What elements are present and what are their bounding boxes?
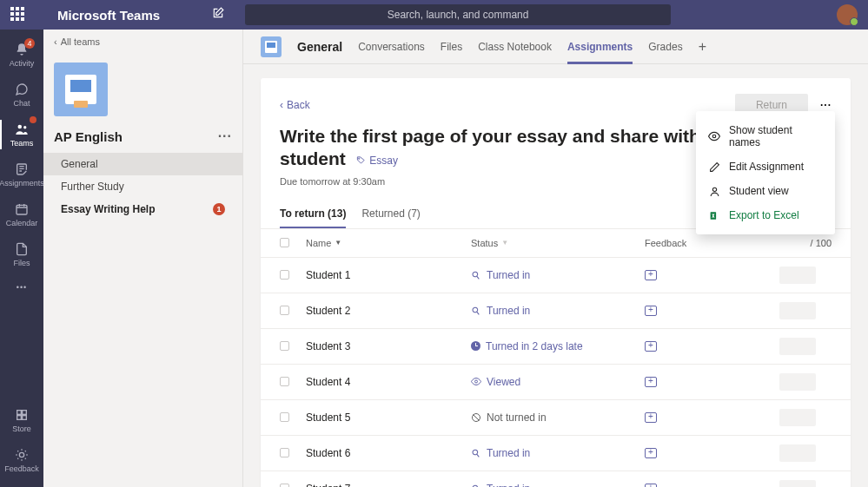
table-row[interactable]: Student 4Viewed	[261, 365, 851, 400]
app-launcher-icon[interactable]	[10, 7, 26, 23]
add-feedback-button[interactable]	[645, 484, 657, 488]
add-tab-button[interactable]: +	[699, 39, 706, 55]
score-input[interactable]	[779, 267, 816, 284]
row-checkbox[interactable]	[280, 270, 289, 280]
rail-chat[interactable]: Chat	[0, 75, 43, 115]
rail-files[interactable]: Files	[0, 234, 43, 274]
menu-export-excel[interactable]: Export to Excel	[696, 203, 835, 227]
calendar-icon	[14, 201, 30, 217]
score-input[interactable]	[779, 480, 816, 488]
score-input[interactable]	[779, 409, 816, 426]
team-more-button[interactable]: ···	[218, 128, 232, 144]
student-name: Student 4	[306, 376, 350, 388]
row-checkbox[interactable]	[280, 341, 289, 351]
table-row[interactable]: Student 5Not turned in	[261, 400, 851, 436]
more-icon: •••	[17, 283, 27, 292]
row-checkbox[interactable]	[280, 306, 289, 315]
row-checkbox[interactable]	[280, 484, 289, 487]
channel-panel: ‹ All teams AP English ··· GeneralFurthe…	[43, 30, 243, 487]
menu-edit-assignment[interactable]: Edit Assignment	[696, 155, 835, 179]
paperclip-icon: ⚲	[469, 267, 484, 282]
rail-label: Files	[13, 259, 30, 267]
row-checkbox[interactable]	[280, 377, 289, 386]
table-row[interactable]: Student 7⚲Turned in	[261, 471, 851, 488]
row-checkbox[interactable]	[280, 412, 289, 422]
score-input[interactable]	[779, 338, 816, 355]
all-teams-link[interactable]: ‹ All teams	[43, 30, 242, 54]
row-checkbox[interactable]	[280, 448, 289, 457]
app-title: Microsoft Teams	[57, 8, 160, 23]
rail-more[interactable]: •••	[0, 274, 43, 300]
activity-badge: 4	[24, 38, 35, 49]
col-name[interactable]: Name▼	[306, 238, 471, 248]
main-area: General ConversationsFilesClass Notebook…	[243, 30, 868, 487]
menu-show-names[interactable]: Show student names	[696, 118, 835, 155]
menu-label: Export to Excel	[729, 209, 799, 221]
subtab-returned[interactable]: Returned (7)	[361, 207, 420, 228]
rail-store[interactable]: Store	[0, 400, 43, 440]
compose-icon[interactable]	[212, 7, 224, 23]
score-input[interactable]	[779, 373, 816, 391]
teams-badge	[30, 116, 36, 123]
status-text: Not turned in	[487, 411, 547, 424]
tab-files[interactable]: Files	[441, 30, 462, 63]
sort-desc-icon: ▼	[335, 239, 341, 247]
rail-feedback[interactable]: Feedback	[0, 440, 43, 480]
channel-item[interactable]: General	[43, 153, 242, 175]
svg-rect-4	[23, 411, 27, 415]
channel-item[interactable]: Essay Writing Help1	[43, 198, 242, 220]
table-row[interactable]: Student 1⚲Turned in	[261, 258, 851, 293]
table-row[interactable]: Student 2⚲Turned in	[261, 293, 851, 329]
subtab-to-return[interactable]: To return (13)	[280, 207, 346, 228]
ban-icon	[471, 412, 481, 423]
channel-item[interactable]: Further Study	[43, 175, 242, 198]
rail-assignments[interactable]: Assignments	[0, 155, 43, 194]
rail-teams[interactable]: Teams	[0, 115, 43, 155]
return-label: Return	[756, 99, 787, 111]
add-feedback-button[interactable]	[645, 448, 657, 458]
tab-conversations[interactable]: Conversations	[358, 30, 425, 63]
status-text: Turned in	[487, 483, 530, 488]
table-row[interactable]: Student 3Turned in 2 days late	[261, 329, 851, 365]
user-avatar[interactable]	[837, 4, 858, 25]
team-avatar	[54, 63, 108, 116]
rail-label: Assignments	[0, 179, 44, 188]
channel-label: General	[61, 158, 98, 170]
table-row[interactable]: Student 6⚲Turned in	[261, 436, 851, 471]
add-feedback-button[interactable]	[645, 412, 657, 423]
assignment-more-button[interactable]: ···	[820, 99, 832, 111]
add-feedback-button[interactable]	[645, 306, 657, 316]
title-bar: Microsoft Teams Search, launch, and comm…	[0, 0, 868, 30]
rail-activity[interactable]: 4 Activity	[0, 35, 43, 75]
tag-label: Essay	[369, 155, 398, 167]
search-input[interactable]: Search, launch, and command	[245, 4, 671, 25]
col-status[interactable]: Status▼	[471, 238, 645, 248]
search-placeholder: Search, launch, and command	[388, 9, 529, 21]
select-all-checkbox[interactable]	[280, 238, 289, 247]
person-icon	[708, 186, 720, 197]
chevron-left-icon: ‹	[280, 99, 283, 111]
add-feedback-button[interactable]	[645, 341, 657, 352]
eye-icon	[708, 130, 720, 142]
channel-header: General ConversationsFilesClass Notebook…	[243, 30, 868, 64]
add-feedback-button[interactable]	[645, 270, 657, 280]
score-input[interactable]	[779, 302, 816, 319]
eye-icon	[471, 377, 481, 387]
add-feedback-button[interactable]	[645, 377, 657, 387]
menu-student-view[interactable]: Student view	[696, 179, 835, 203]
student-name: Student 1	[306, 269, 350, 281]
svg-rect-3	[17, 411, 22, 415]
back-link[interactable]: ‹ Back	[280, 99, 310, 111]
rail-calendar[interactable]: Calendar	[0, 194, 43, 234]
sort-icon: ▼	[501, 239, 508, 247]
tab-grades[interactable]: Grades	[648, 30, 682, 63]
status-text: Turned in	[487, 447, 530, 459]
student-rows: Student 1⚲Turned inStudent 2⚲Turned inSt…	[261, 258, 851, 488]
col-score: / 100	[779, 238, 832, 248]
assignment-tag[interactable]: Essay	[356, 155, 398, 167]
tab-assignments[interactable]: Assignments	[567, 30, 633, 63]
tab-class-notebook[interactable]: Class Notebook	[478, 30, 552, 63]
paperclip-icon: ⚲	[469, 481, 484, 487]
status-text: Turned in 2 days late	[486, 340, 583, 352]
score-input[interactable]	[779, 444, 816, 462]
